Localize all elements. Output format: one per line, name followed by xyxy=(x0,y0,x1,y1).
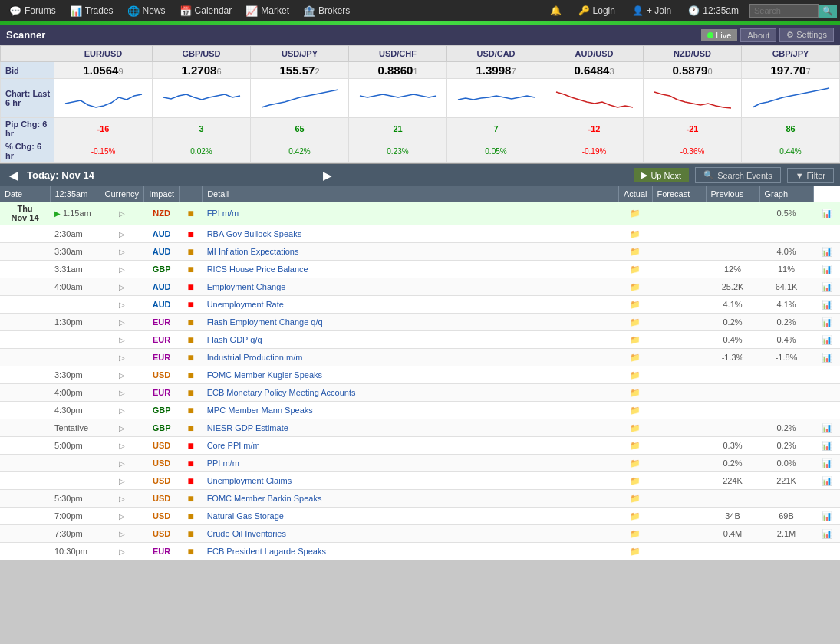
event-detail[interactable]: 📁 xyxy=(618,437,652,455)
event-name[interactable]: RICS House Price Balance xyxy=(203,261,619,278)
event-name[interactable]: FOMC Member Barkin Speaks xyxy=(203,490,619,508)
event-graph[interactable]: 📊 xyxy=(813,525,840,543)
pair-usdjpy-header[interactable]: USD/JPY xyxy=(251,46,349,62)
col-impact: Impact xyxy=(144,186,180,202)
pair-usdcad-header[interactable]: USD/CAD xyxy=(447,46,545,62)
event-detail[interactable]: 📁 xyxy=(618,525,652,543)
nav-join[interactable]: 👤 + Join xyxy=(626,4,677,18)
event-name[interactable]: Unemployment Claims xyxy=(203,472,619,490)
event-name[interactable]: Core PPI m/m xyxy=(203,437,619,455)
live-button[interactable]: Live xyxy=(701,29,737,41)
event-detail[interactable]: 📁 xyxy=(618,278,652,296)
event-time xyxy=(50,296,100,314)
event-detail[interactable]: 📁 xyxy=(618,402,652,419)
event-graph[interactable]: 📊 xyxy=(813,349,840,366)
event-name[interactable]: Employment Change xyxy=(203,278,619,296)
event-graph[interactable]: 📊 xyxy=(813,202,840,225)
event-currency: GBP xyxy=(144,419,180,437)
event-graph[interactable] xyxy=(813,490,840,508)
event-name[interactable]: Natural Gas Storage xyxy=(203,508,619,525)
cal-next-arrow[interactable]: ▶ xyxy=(320,169,334,182)
event-detail[interactable]: 📁 xyxy=(618,243,652,261)
event-detail[interactable]: 📁 xyxy=(618,543,652,560)
event-detail[interactable]: 📁 xyxy=(618,314,652,331)
search-input[interactable] xyxy=(749,4,819,18)
event-graph[interactable] xyxy=(813,384,840,402)
settings-button[interactable]: ⚙ Settings xyxy=(779,28,834,42)
event-name[interactable]: MPC Member Mann Speaks xyxy=(203,402,619,419)
event-name[interactable]: MI Inflation Expectations xyxy=(203,243,619,261)
nav-forums[interactable]: 💬 Forums xyxy=(3,4,62,18)
event-detail[interactable]: 📁 xyxy=(618,384,652,402)
search-button[interactable]: 🔍 xyxy=(819,5,837,18)
events-container[interactable]: Date 12:35am Currency Impact Detail Actu… xyxy=(0,186,840,560)
event-currency: USD xyxy=(144,490,180,508)
event-name[interactable]: NIESR GDP Estimate xyxy=(203,419,619,437)
nav-calendar[interactable]: 📅 Calendar xyxy=(173,4,239,18)
event-detail[interactable]: 📁 xyxy=(618,366,652,384)
pair-eurusd-header[interactable]: EUR/USD xyxy=(54,46,153,62)
chart-label: Chart: Last 6 hr xyxy=(1,79,54,118)
event-forecast: -1.3% xyxy=(706,349,759,366)
nav-market[interactable]: 📈 Market xyxy=(239,4,295,18)
bid-audusd: 0.64843 xyxy=(545,62,644,79)
event-detail[interactable]: 📁 xyxy=(618,490,652,508)
search-box[interactable]: 🔍 xyxy=(749,4,837,18)
event-detail[interactable]: 📁 xyxy=(618,455,652,472)
event-graph[interactable]: 📊 xyxy=(813,331,840,349)
event-detail[interactable]: 📁 xyxy=(618,225,652,243)
event-name[interactable]: Industrial Production m/m xyxy=(203,349,619,366)
event-name[interactable]: PPI m/m xyxy=(203,455,619,472)
event-name[interactable]: ECB President Lagarde Speaks xyxy=(203,543,619,560)
event-graph[interactable]: 📊 xyxy=(813,508,840,525)
event-date xyxy=(0,261,50,278)
event-graph[interactable] xyxy=(813,543,840,560)
event-graph[interactable]: 📊 xyxy=(813,455,840,472)
event-graph[interactable]: 📊 xyxy=(813,437,840,455)
nav-news[interactable]: 🌐 News xyxy=(121,4,172,18)
pair-usdchf-header[interactable]: USD/CHF xyxy=(349,46,447,62)
event-detail[interactable]: 📁 xyxy=(618,261,652,278)
event-detail[interactable]: 📁 xyxy=(618,349,652,366)
pair-nzdusd-header[interactable]: NZD/USD xyxy=(644,46,742,62)
nav-login[interactable]: 🔑 Login xyxy=(572,4,621,18)
pair-gbpjpy-header[interactable]: GBP/JPY xyxy=(742,46,840,62)
event-detail[interactable]: 📁 xyxy=(618,419,652,437)
event-graph[interactable]: 📊 xyxy=(813,472,840,490)
event-graph[interactable] xyxy=(813,366,840,384)
event-graph[interactable] xyxy=(813,225,840,243)
event-name[interactable]: Flash GDP q/q xyxy=(203,331,619,349)
nav-brokers[interactable]: 🏦 Brokers xyxy=(297,4,356,18)
event-name[interactable]: RBA Gov Bullock Speaks xyxy=(203,225,619,243)
search-events-button[interactable]: 🔍 Search Events xyxy=(695,167,781,183)
event-name[interactable]: FOMC Member Kugler Speaks xyxy=(203,366,619,384)
cal-prev-arrow[interactable]: ◀ xyxy=(6,169,21,182)
event-speaker: ▷ xyxy=(100,490,144,508)
event-graph[interactable]: 📊 xyxy=(813,419,840,437)
nav-bell[interactable]: 🔔 xyxy=(544,4,568,18)
event-detail[interactable]: 📁 xyxy=(618,202,652,225)
event-graph[interactable]: 📊 xyxy=(813,314,840,331)
event-detail[interactable]: 📁 xyxy=(618,296,652,314)
event-name[interactable]: FPI m/m xyxy=(203,202,619,225)
event-name[interactable]: ECB Monetary Policy Meeting Accounts xyxy=(203,384,619,402)
event-name[interactable]: Crude Oil Inventories xyxy=(203,525,619,543)
event-graph[interactable]: 📊 xyxy=(813,243,840,261)
event-graph[interactable]: 📊 xyxy=(813,296,840,314)
nav-trades[interactable]: 📊 Trades xyxy=(64,4,120,18)
event-graph[interactable]: 📊 xyxy=(813,278,840,296)
pair-audusd-header[interactable]: AUD/USD xyxy=(545,46,644,62)
event-graph[interactable] xyxy=(813,402,840,419)
pair-gbpusd-header[interactable]: GBP/USD xyxy=(153,46,251,62)
about-button[interactable]: About xyxy=(740,28,776,42)
event-detail[interactable]: 📁 xyxy=(618,472,652,490)
up-next-button[interactable]: ▶ Up Next xyxy=(634,168,689,182)
event-speaker: ▷ xyxy=(100,437,144,455)
event-detail[interactable]: 📁 xyxy=(618,331,652,349)
event-graph[interactable]: 📊 xyxy=(813,261,840,278)
event-detail[interactable]: 📁 xyxy=(618,508,652,525)
bid-eurusd: 1.05649 xyxy=(54,62,153,79)
event-name[interactable]: Flash Employment Change q/q xyxy=(203,314,619,331)
filter-button[interactable]: ▼ Filter xyxy=(787,168,834,183)
event-name[interactable]: Unemployment Rate xyxy=(203,296,619,314)
